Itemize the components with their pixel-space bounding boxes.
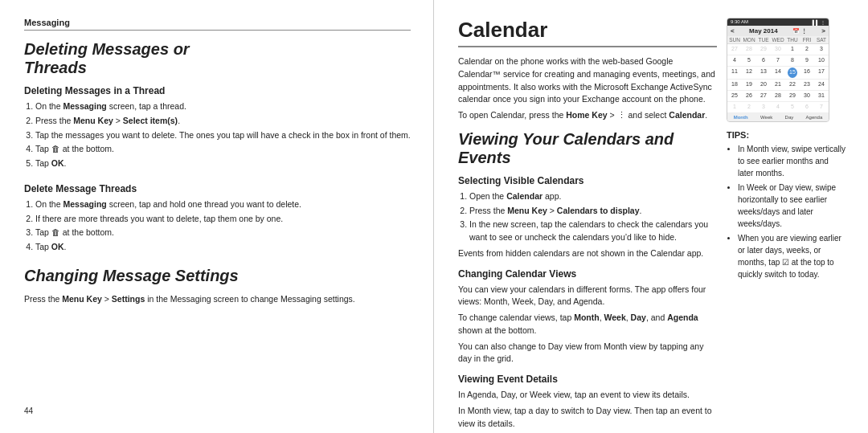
tip-item: When you are viewing earlier or later da…: [738, 232, 845, 280]
cal-cell: 7: [814, 102, 829, 112]
left-page-number: 44: [24, 400, 411, 415]
cal-cell-today: 15: [788, 67, 797, 78]
cal-cell: 5: [785, 102, 800, 112]
cal-cell: 29: [785, 91, 800, 101]
cal-cell: 12: [742, 67, 756, 79]
left-page-header: Messaging: [24, 18, 411, 31]
cal-cell: 8: [785, 55, 800, 66]
subsection-event-details-title: Viewing Event Details: [458, 374, 717, 385]
cal-month-label: May 2014: [749, 27, 778, 35]
cal-week-5: 25 26 27 28 29 30 31: [727, 91, 829, 102]
cal-cell: 4: [727, 55, 742, 66]
subsection-visible-cals-title: Selecting Visible Calendars: [458, 175, 717, 186]
cal-cell: 18: [727, 80, 742, 90]
cal-footer-week[interactable]: Week: [760, 115, 772, 120]
cal-cell: 4: [771, 102, 785, 112]
event-details-body2: In Month view, tap a day to switch to Da…: [458, 405, 717, 431]
cal-grid: SUN MON TUE WED THU FRI SAT 27 28 2: [727, 36, 829, 113]
section-viewing-title: Viewing Your Calendars and Events: [458, 130, 717, 167]
cal-cell: 29: [756, 44, 771, 55]
cal-cell: 28: [771, 91, 785, 101]
calendar-screenshot: 9:30 AM ▌▌ ⋮ < May 2014 📅 ⋮ > SUN MON TU: [727, 18, 829, 122]
cal-cell: 21: [771, 80, 785, 90]
cal-cell: 9: [800, 55, 814, 66]
cal-cell: 2: [742, 102, 756, 112]
cal-views-body1: You can view your calendars in different…: [458, 284, 717, 309]
step-item: On the Messaging screen, tap a thread.: [35, 100, 411, 113]
day-header-sun: SUN: [727, 36, 742, 43]
cal-cell: 3: [814, 44, 829, 55]
cal-cell: 22: [785, 80, 800, 90]
step-item: In the new screen, tap the calendars to …: [469, 219, 717, 244]
day-header-wed: WED: [771, 36, 785, 43]
tips-title: TIPS:: [727, 130, 845, 140]
cal-footer-month[interactable]: Month: [734, 115, 748, 120]
step-item: Tap OK.: [35, 157, 411, 170]
step-item: Press the Menu Key > Select item(s).: [35, 115, 411, 128]
cal-day-headers: SUN MON TUE WED THU FRI SAT: [727, 36, 829, 44]
subsection-cal-views-title: Changing Calendar Views: [458, 268, 717, 280]
step-item: Open the Calendar app.: [469, 190, 717, 203]
calendar-title: Calendar: [458, 18, 717, 47]
tip-item: In Month view, swipe vertically to see e…: [738, 143, 845, 179]
cal-cell: 13: [756, 67, 771, 79]
section-deleting-title: Deleting Messages orThreads: [24, 40, 411, 77]
cal-cell: 11: [727, 67, 742, 79]
day-header-tue: TUE: [756, 36, 771, 43]
cal-views-body2: To change calendar views, tap Month, Wee…: [458, 312, 717, 337]
cal-cell: 10: [814, 55, 829, 66]
tip-item: In Week or Day view, swipe horizontally …: [738, 182, 845, 230]
right-col-main: Calendar Calendar on the phone works wit…: [458, 18, 717, 433]
next-month-arrow: >: [821, 27, 825, 35]
cal-cell: 2: [800, 44, 814, 55]
cal-status-bar: 9:30 AM ▌▌ ⋮: [727, 18, 829, 26]
step-item: Tap 🗑 at the bottom.: [35, 227, 411, 239]
cal-cell: 6: [756, 55, 771, 66]
cal-cell: 27: [756, 91, 771, 101]
delete-threads-steps: On the Messaging screen, tap and hold on…: [35, 198, 411, 255]
cal-week-4: 18 19 20 21 22 23 24: [727, 80, 829, 91]
visible-cals-footer: Events from hidden calendars are not sho…: [458, 247, 717, 260]
cal-cell: 3: [756, 102, 771, 112]
cal-cell: 16: [800, 67, 814, 79]
cal-month-header: < May 2014 📅 ⋮ >: [727, 26, 829, 36]
day-header-sat: SAT: [814, 36, 829, 43]
cal-cell: 31: [814, 91, 829, 101]
cal-cell: 20: [756, 80, 771, 90]
cal-status-time: 9:30 AM: [731, 19, 748, 25]
page-container: Messaging Deleting Messages orThreads De…: [0, 0, 868, 433]
cal-cell: 1: [727, 102, 742, 112]
cal-week-3: 11 12 13 14 15 16 17: [727, 67, 829, 80]
cal-cell: 26: [742, 91, 756, 101]
cal-cell: 14: [771, 67, 785, 79]
deleting-thread-steps: On the Messaging screen, tap a thread. P…: [35, 100, 411, 172]
tips-list: In Month view, swipe vertically to see e…: [738, 143, 845, 280]
left-page: Messaging Deleting Messages orThreads De…: [0, 0, 434, 433]
cal-cell: 6: [800, 102, 814, 112]
cal-week-6: 1 2 3 4 5 6 7: [727, 102, 829, 113]
step-item: On the Messaging screen, tap and hold on…: [35, 198, 411, 211]
cal-views-body3: You can also change to Day view from Mon…: [458, 341, 717, 366]
cal-cell: 5: [742, 55, 756, 66]
cal-footer-agenda[interactable]: Agenda: [806, 115, 823, 120]
right-page: Calendar Calendar on the phone works wit…: [434, 0, 868, 433]
step-item: Tap OK.: [35, 241, 411, 254]
cal-icons: 📅 ⋮: [792, 28, 807, 35]
calendar-intro: Calendar on the phone works with the web…: [458, 55, 717, 106]
cal-footer-day[interactable]: Day: [785, 115, 794, 120]
cal-status-icons: ▌▌ ⋮: [813, 19, 825, 25]
subsection-delete-threads-title: Delete Message Threads: [24, 183, 411, 194]
day-header-thu: THU: [785, 36, 800, 43]
right-columns: Calendar Calendar on the phone works wit…: [458, 18, 845, 433]
cal-cell: 25: [727, 91, 742, 101]
cal-cell: 30: [771, 44, 785, 55]
settings-body: Press the Menu Key > Settings in the Mes…: [24, 293, 411, 306]
cal-cell: 30: [800, 91, 814, 101]
cal-cell: 17: [814, 67, 829, 79]
cal-week-2: 4 5 6 7 8 9 10: [727, 55, 829, 67]
right-col-side: 9:30 AM ▌▌ ⋮ < May 2014 📅 ⋮ > SUN MON TU: [727, 18, 845, 433]
day-header-fri: FRI: [800, 36, 814, 43]
visible-cals-steps: Open the Calendar app. Press the Menu Ke…: [469, 190, 717, 244]
step-item: Press the Menu Key > Calendars to displa…: [469, 205, 717, 218]
day-header-mon: MON: [742, 36, 756, 43]
